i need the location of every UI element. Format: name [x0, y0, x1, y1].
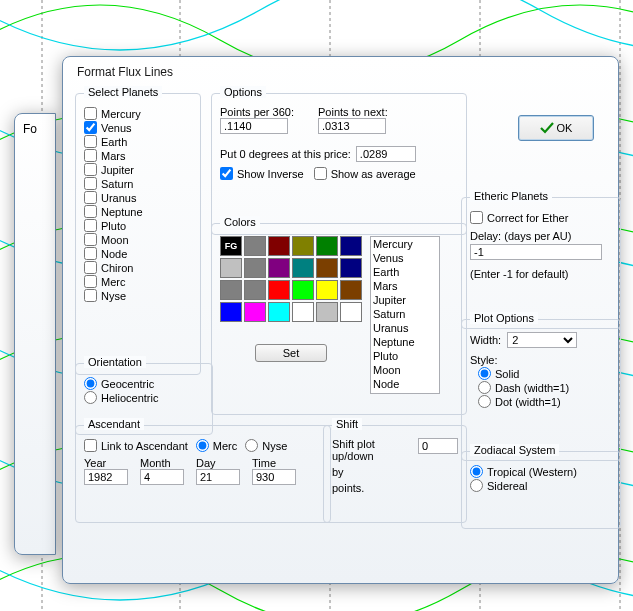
color-swatch[interactable]: [316, 280, 338, 300]
options-legend: Options: [220, 86, 266, 98]
color-swatch[interactable]: [268, 280, 290, 300]
ok-button[interactable]: OK: [518, 115, 594, 141]
color-swatch[interactable]: [220, 258, 242, 278]
color-list-item[interactable]: Mercury: [371, 237, 439, 251]
color-swatch[interactable]: FG: [220, 236, 242, 256]
planet-checkbox-uranus[interactable]: Uranus: [84, 191, 192, 204]
year-input[interactable]: [84, 469, 128, 485]
orientation-legend: Orientation: [84, 356, 146, 368]
color-swatch[interactable]: [340, 258, 362, 278]
color-swatch[interactable]: [220, 280, 242, 300]
planet-checkbox-mercury[interactable]: Mercury: [84, 107, 192, 120]
color-swatch[interactable]: [292, 302, 314, 322]
color-swatch[interactable]: [268, 302, 290, 322]
color-swatch[interactable]: [244, 236, 266, 256]
planet-checkbox-nyse[interactable]: Nyse: [84, 289, 192, 302]
color-swatch[interactable]: [316, 236, 338, 256]
color-list-item[interactable]: Saturn: [371, 307, 439, 321]
show-as-average-checkbox[interactable]: Show as average: [314, 167, 416, 180]
dialog-title: Format Flux Lines: [63, 57, 618, 83]
options-group: Options Points per 360: Points to next: …: [211, 93, 467, 235]
planet-checkbox-neptune[interactable]: Neptune: [84, 205, 192, 218]
planet-checkbox-merc[interactable]: Merc: [84, 275, 192, 288]
delay-input[interactable]: [470, 244, 602, 260]
background-dialog: Fo: [14, 113, 56, 555]
time-input[interactable]: [252, 469, 296, 485]
put-0-price-input[interactable]: [356, 146, 416, 162]
color-list-item[interactable]: Node: [371, 377, 439, 391]
month-input[interactable]: [140, 469, 184, 485]
color-list-item[interactable]: Neptune: [371, 335, 439, 349]
shift-value-input[interactable]: [418, 438, 458, 454]
ascendant-merc-radio[interactable]: Merc: [196, 439, 237, 452]
color-list-item[interactable]: Chiron: [371, 391, 439, 394]
points-per-360-input[interactable]: [220, 118, 288, 134]
zodiac-tropical-radio[interactable]: Tropical (Western): [470, 465, 612, 478]
planet-checkbox-moon[interactable]: Moon: [84, 233, 192, 246]
style-dash-radio[interactable]: Dash (width=1): [478, 381, 612, 394]
colors-group: Colors FG Set MercuryVenusEarthMarsJupit…: [211, 223, 467, 415]
color-swatch[interactable]: [292, 236, 314, 256]
check-icon: [540, 122, 554, 134]
color-swatch[interactable]: [220, 302, 242, 322]
ascendant-group: Ascendant Link to Ascendant Merc Nyse Ye…: [75, 425, 331, 523]
orientation-geocentric-radio[interactable]: Geocentric: [84, 377, 204, 390]
shift-legend: Shift: [332, 418, 362, 430]
planet-checkbox-node[interactable]: Node: [84, 247, 192, 260]
select-planets-group: Select Planets MercuryVenusEarthMarsJupi…: [75, 93, 201, 375]
color-swatch[interactable]: [292, 258, 314, 278]
color-list-item[interactable]: Mars: [371, 279, 439, 293]
planet-checkbox-jupiter[interactable]: Jupiter: [84, 163, 192, 176]
day-input[interactable]: [196, 469, 240, 485]
etheric-planets-group: Etheric Planets Correct for Ether Delay:…: [461, 197, 621, 329]
shift-group: Shift Shift plot up/down by points.: [323, 425, 467, 523]
color-list-item[interactable]: Earth: [371, 265, 439, 279]
colors-legend: Colors: [220, 216, 260, 228]
color-swatch[interactable]: [244, 302, 266, 322]
width-select[interactable]: 2: [507, 332, 577, 348]
color-swatch[interactable]: [244, 258, 266, 278]
plot-options-group: Plot Options Width: 2 Style: SolidDash (…: [461, 319, 621, 461]
zodiacal-system-group: Zodiacal System Tropical (Western)Sidere…: [461, 451, 621, 529]
color-swatch[interactable]: [316, 302, 338, 322]
color-list-item[interactable]: Pluto: [371, 349, 439, 363]
color-swatch[interactable]: [268, 236, 290, 256]
show-inverse-checkbox[interactable]: Show Inverse: [220, 167, 304, 180]
zodiac-sidereal-radio[interactable]: Sidereal: [470, 479, 612, 492]
color-swatch[interactable]: [316, 258, 338, 278]
orientation-heliocentric-radio[interactable]: Heliocentric: [84, 391, 204, 404]
points-to-next-input[interactable]: [318, 118, 386, 134]
select-planets-legend: Select Planets: [84, 86, 162, 98]
ascendant-nyse-radio[interactable]: Nyse: [245, 439, 287, 452]
planet-checkbox-pluto[interactable]: Pluto: [84, 219, 192, 232]
color-swatch[interactable]: [340, 280, 362, 300]
color-swatch[interactable]: [244, 280, 266, 300]
zodiac-legend: Zodiacal System: [470, 444, 559, 456]
correct-for-ether-checkbox[interactable]: Correct for Ether: [470, 211, 612, 224]
color-swatch[interactable]: [292, 280, 314, 300]
color-swatch[interactable]: [268, 258, 290, 278]
format-flux-lines-dialog: Format Flux Lines OK Select Planets Merc…: [62, 56, 619, 584]
ascendant-legend: Ascendant: [84, 418, 144, 430]
style-solid-radio[interactable]: Solid: [478, 367, 612, 380]
color-list-item[interactable]: Venus: [371, 251, 439, 265]
background-dialog-title: Fo: [15, 114, 55, 136]
etheric-legend: Etheric Planets: [470, 190, 552, 202]
set-color-button[interactable]: Set: [255, 344, 327, 362]
style-dot-radio[interactable]: Dot (width=1): [478, 395, 612, 408]
color-list-item[interactable]: Uranus: [371, 321, 439, 335]
color-list-item[interactable]: Moon: [371, 363, 439, 377]
planet-checkbox-chiron[interactable]: Chiron: [84, 261, 192, 274]
color-planet-list[interactable]: MercuryVenusEarthMarsJupiterSaturnUranus…: [370, 236, 440, 394]
color-swatch[interactable]: [340, 302, 362, 322]
planet-checkbox-earth[interactable]: Earth: [84, 135, 192, 148]
plot-legend: Plot Options: [470, 312, 538, 324]
planet-checkbox-venus[interactable]: Venus: [84, 121, 192, 134]
link-to-ascendant-checkbox[interactable]: Link to Ascendant: [84, 439, 188, 452]
color-swatch[interactable]: [340, 236, 362, 256]
color-list-item[interactable]: Jupiter: [371, 293, 439, 307]
planet-checkbox-mars[interactable]: Mars: [84, 149, 192, 162]
planet-checkbox-saturn[interactable]: Saturn: [84, 177, 192, 190]
